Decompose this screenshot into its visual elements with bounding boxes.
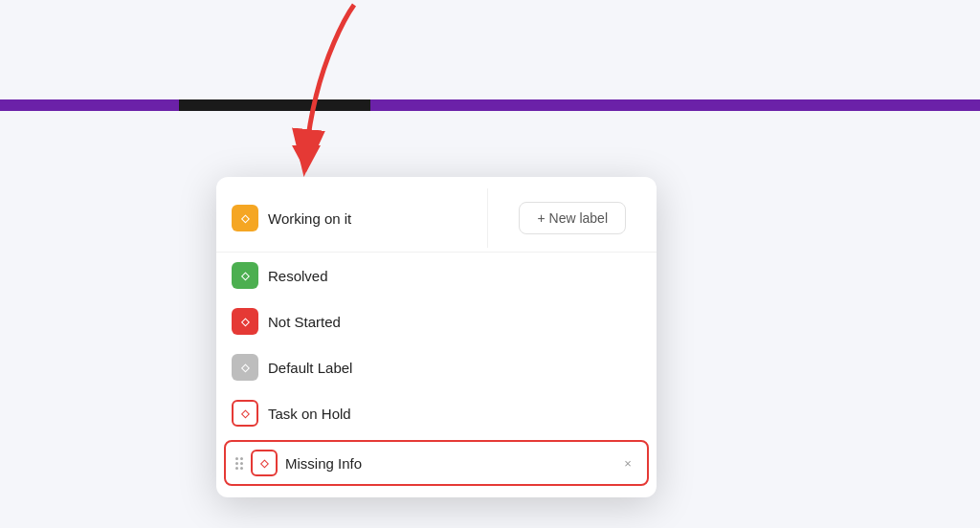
not-started-icon: ◇ <box>232 308 258 335</box>
missing-info-label: Missing Info <box>285 455 611 472</box>
dropdown-item-working-on-it[interactable]: ◇ Working on it <box>216 188 487 248</box>
dropdown-item-not-started[interactable]: ◇ Not Started <box>216 298 657 344</box>
new-label-button[interactable]: + New label <box>487 188 657 248</box>
dropdown-item-resolved[interactable]: ◇ Resolved <box>216 253 657 298</box>
purple-bar-row <box>0 99 980 111</box>
default-label-icon: ◇ <box>232 354 258 381</box>
new-label-btn[interactable]: + New label <box>519 202 626 234</box>
dropdown-item-default-label[interactable]: ◇ Default Label <box>216 344 657 390</box>
task-on-hold-icon: ◇ <box>232 400 258 427</box>
status-dropdown: ◇ Working on it + New label ◇ Resolved ◇… <box>216 177 657 497</box>
working-on-it-label: Working on it <box>268 210 472 227</box>
dropdown-item-task-on-hold[interactable]: ◇ Task on Hold <box>216 390 657 436</box>
close-missing-info-button[interactable]: × <box>618 453 637 473</box>
working-on-it-icon: ◇ <box>232 205 258 231</box>
dropdown-top-section: ◇ Working on it + New label <box>216 185 657 253</box>
resolved-label: Resolved <box>268 268 641 284</box>
drag-handle-icon[interactable] <box>235 457 243 470</box>
default-label-text: Default Label <box>268 360 641 376</box>
resolved-icon: ◇ <box>232 262 258 289</box>
task-on-hold-label: Task on Hold <box>268 406 641 422</box>
not-started-label: Not Started <box>268 314 641 330</box>
dropdown-item-missing-info-selected[interactable]: ◇ Missing Info × <box>224 440 649 486</box>
missing-info-icon: ◇ <box>251 450 278 476</box>
